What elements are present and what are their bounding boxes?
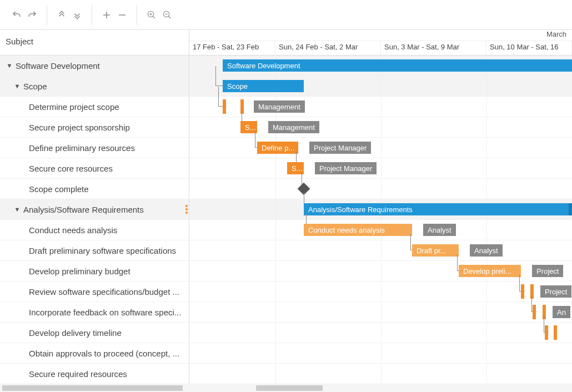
task-row[interactable]: Review software specifications/budget ..… — [0, 282, 572, 302]
timeline-cell[interactable] — [189, 179, 572, 199]
timeline-cell[interactable]: An — [189, 302, 572, 322]
group-row[interactable]: ▼Software DevelopmentSoftware Developmen… — [0, 56, 572, 76]
task-cell[interactable]: Develop delivery timeline — [0, 323, 189, 343]
task-row[interactable]: Incorporate feedback on software speci..… — [0, 302, 572, 323]
task-label: Software Development — [16, 61, 100, 71]
task-cell[interactable]: Determine project scope — [0, 97, 189, 117]
task-bar[interactable]: Develop preli... — [459, 265, 521, 277]
task-row[interactable]: Define preliminary resourcesDefine p...P… — [0, 138, 572, 158]
task-label: Draft preliminary software specification… — [29, 246, 176, 255]
timeline-month-label: March — [189, 30, 572, 41]
task-cell[interactable]: Scope complete — [0, 179, 189, 199]
task-label: Define preliminary resources — [29, 143, 135, 153]
add-button[interactable] — [99, 7, 114, 23]
task-bracket[interactable] — [223, 99, 226, 114]
summary-bar[interactable]: Analysis/Software Requirements — [304, 203, 572, 215]
timeline-cell[interactable]: Scope — [189, 76, 572, 96]
task-bar[interactable]: Define p... — [257, 142, 298, 154]
resource-label: An — [553, 306, 570, 318]
redo-button[interactable] — [24, 7, 40, 23]
zoom-out-button[interactable] — [159, 7, 175, 23]
summary-bar[interactable]: Software Development — [223, 59, 572, 72]
timeline-cell[interactable]: Analysis/Software Requirements — [189, 199, 572, 219]
task-cell[interactable]: Conduct needs analysis — [0, 220, 189, 240]
task-cell[interactable]: Secure core resources — [0, 158, 189, 178]
drag-handle-icon[interactable] — [185, 204, 189, 214]
task-row[interactable]: Obtain approvals to proceed (concept, ..… — [0, 343, 572, 364]
gantt-body: ▼Software DevelopmentSoftware Developmen… — [0, 56, 572, 384]
timeline-cell[interactable]: Conduct needs analysisAnalyst — [189, 220, 572, 240]
task-cell[interactable]: Review software specifications/budget ..… — [0, 282, 189, 301]
horizontal-scrollbar[interactable] — [0, 384, 572, 392]
task-cell[interactable]: Define preliminary resources — [0, 138, 189, 158]
task-cell[interactable]: ▼Software Development — [0, 56, 189, 76]
toolbar — [0, 0, 572, 30]
collapse-caret-icon[interactable]: ▼ — [6, 62, 13, 69]
task-row[interactable]: Secure project sponsorshipS...Management — [0, 117, 572, 138]
timeline-cell[interactable]: Software Development — [189, 56, 572, 76]
group-row[interactable]: ▼Analysis/Software RequirementsAnalysis/… — [0, 199, 572, 220]
task-row[interactable]: Draft preliminary software specification… — [0, 240, 572, 261]
timeline-cell[interactable]: Management — [189, 97, 572, 117]
task-cell[interactable]: Secure required resources — [0, 364, 189, 384]
task-row[interactable]: Secure required resources — [0, 364, 572, 384]
dependency-connector — [215, 66, 223, 86]
task-bracket[interactable] — [554, 325, 557, 340]
resource-label: Project Manager — [315, 162, 377, 174]
task-bar[interactable]: Draft pr... — [412, 244, 459, 257]
timeline-cell[interactable] — [189, 364, 572, 384]
task-label: Secure project sponsorship — [29, 123, 130, 132]
task-bracket[interactable] — [533, 305, 536, 319]
task-label: Conduct needs analysis — [29, 225, 117, 235]
move-down-button[interactable] — [69, 7, 85, 23]
group-row[interactable]: ▼ScopeScope — [0, 76, 572, 97]
task-label: Incorporate feedback on software speci..… — [29, 308, 181, 317]
task-row[interactable]: Secure core resourcesS...Project Manager — [0, 158, 572, 179]
task-row[interactable]: Determine project scopeManagement — [0, 97, 572, 117]
task-cell[interactable]: Draft preliminary software specification… — [0, 240, 189, 260]
collapse-caret-icon[interactable]: ▼ — [13, 83, 21, 89]
timeline-cell[interactable]: S...Project Manager — [189, 158, 572, 178]
resource-label: Analyst — [423, 224, 456, 236]
scrollbar-thumb-right[interactable] — [256, 385, 323, 391]
resource-label: Project Manager — [309, 142, 371, 154]
timeline-cell[interactable]: S...Management — [189, 117, 572, 137]
summary-bar[interactable]: Scope — [223, 80, 304, 92]
resource-label: Management — [254, 100, 305, 113]
scrollbar-thumb-left[interactable] — [2, 385, 183, 391]
timeline-week-header: Sun, 3 Mar - Sat, 9 Mar — [381, 41, 486, 55]
task-bracket[interactable] — [521, 284, 524, 299]
task-label: Review software specifications/budget ..… — [29, 287, 179, 296]
zoom-in-button[interactable] — [144, 7, 159, 23]
timeline-cell[interactable]: Develop preli...Project — [189, 261, 572, 281]
resource-label: Project — [532, 265, 563, 277]
timeline-week-header: 17 Feb - Sat, 23 Feb — [189, 41, 275, 55]
task-cell[interactable]: Obtain approvals to proceed (concept, ..… — [0, 343, 189, 363]
task-cell[interactable]: Secure project sponsorship — [0, 117, 189, 137]
header-row: Subject March 17 Feb - Sat, 23 FebSun, 2… — [0, 30, 572, 56]
undo-button[interactable] — [9, 7, 24, 23]
timeline-cell[interactable]: Define p...Project Manager — [189, 138, 572, 158]
task-row[interactable]: Develop preliminary budgetDevelop preli.… — [0, 261, 572, 282]
task-row[interactable]: Conduct needs analysisConduct needs anal… — [0, 220, 572, 240]
timeline-cell[interactable] — [189, 323, 572, 343]
task-cell[interactable]: ▼Scope — [0, 76, 189, 96]
column-header-subject[interactable]: Subject — [0, 30, 189, 55]
task-row[interactable]: Scope complete — [0, 179, 572, 199]
timeline-cell[interactable] — [189, 343, 572, 363]
timeline-week-header: Sun, 24 Feb - Sat, 2 Mar — [275, 41, 381, 55]
timeline-cell[interactable]: Project — [189, 282, 572, 301]
task-cell[interactable]: ▼Analysis/Software Requirements — [0, 199, 189, 219]
timeline-week-header: Sun, 10 Mar - Sat, 16 — [486, 41, 572, 55]
task-bar[interactable]: Conduct needs analysis — [304, 224, 412, 236]
timeline-cell[interactable]: Draft pr...Analyst — [189, 240, 572, 260]
move-up-button[interactable] — [54, 7, 69, 23]
remove-button[interactable] — [114, 7, 130, 23]
task-row[interactable]: Develop delivery timeline — [0, 323, 572, 343]
task-bracket[interactable] — [545, 325, 548, 340]
task-bracket[interactable] — [240, 99, 244, 114]
task-cell[interactable]: Develop preliminary budget — [0, 261, 189, 281]
collapse-caret-icon[interactable]: ▼ — [13, 206, 21, 213]
task-label: Determine project scope — [29, 102, 119, 112]
task-cell[interactable]: Incorporate feedback on software speci..… — [0, 302, 189, 322]
